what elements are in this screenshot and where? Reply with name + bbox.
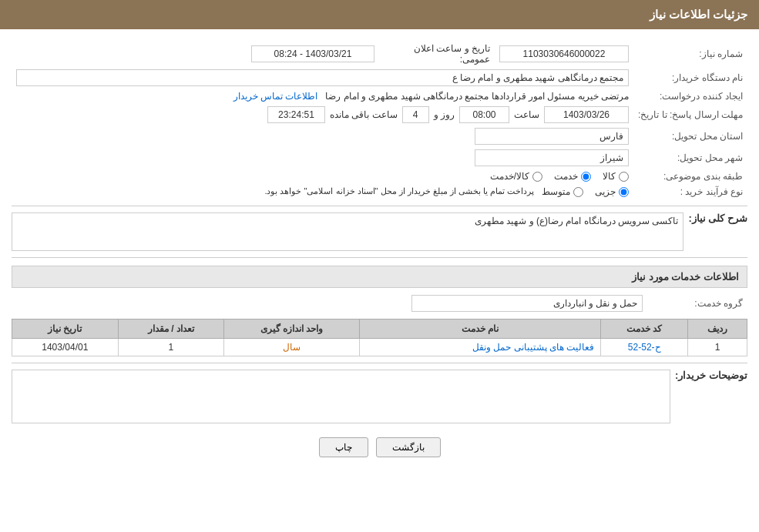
cell-quantity: 1: [118, 339, 223, 356]
cell-code: ح-52-52: [601, 339, 688, 356]
category-service[interactable]: خدمت: [554, 171, 591, 182]
purchase-type-cell: جزیی متوسط پرداخت تمام یا بخشی از مبلغ خ…: [12, 184, 633, 199]
service-group-cell: حمل و نقل و انبارداری: [12, 293, 647, 314]
description-value: تاکسی سرویس درمانگاه امام رضا(ع) و شهید …: [12, 212, 683, 251]
response-time-label: ساعت: [514, 109, 539, 120]
service-group-label: گروه خدمت:: [647, 293, 747, 314]
col-header-name: نام خدمت: [360, 320, 601, 339]
cell-row: 1: [688, 339, 747, 356]
col-header-quantity: تعداد / مقدار: [118, 320, 223, 339]
description-section: شرح کلی نیاز: تاکسی سرویس درمانگاه امام …: [12, 212, 747, 251]
purchase-medium[interactable]: متوسط: [542, 186, 583, 197]
description-area: تاکسی سرویس درمانگاه امام رضا(ع) و شهید …: [12, 212, 683, 251]
print-button[interactable]: چاپ: [319, 437, 368, 457]
col-header-row: ردیف: [688, 320, 747, 339]
buyer-notes-section: توضیحات خریدار:: [12, 370, 747, 426]
announce-datetime-label: تاریخ و ساعت اعلان عمومی:: [379, 41, 495, 67]
category-label: طبقه بندی موضوعی:: [633, 169, 747, 184]
divider-1: [12, 206, 747, 206]
back-button[interactable]: بازگشت: [376, 437, 441, 457]
purchase-partial[interactable]: جزیی: [595, 186, 629, 197]
table-row: 1 ح-52-52 فعالیت های پشتیبانی حمل ونقل س…: [12, 339, 747, 356]
creator-value: مرتضی خیریه مسئول امور قراردادها مجتمع د…: [325, 91, 629, 102]
province-cell: فارس: [12, 125, 633, 147]
cell-unit: سال: [224, 339, 360, 356]
buttons-row: بازگشت چاپ: [12, 437, 747, 469]
service-group-table: گروه خدمت: حمل و نقل و انبارداری: [12, 293, 747, 314]
buyer-notes-input[interactable]: [12, 370, 670, 423]
province-value: فارس: [475, 128, 629, 145]
purchase-type-note: پرداخت تمام یا بخشی از مبلغ خریدار از مح…: [16, 186, 534, 196]
buyer-org-label: نام دستگاه خریدار:: [633, 67, 747, 89]
category-both[interactable]: کالا/خدمت: [490, 171, 542, 182]
description-label: شرح کلی نیاز:: [688, 212, 747, 224]
response-deadline-cell: 1403/03/26 ساعت 08:00 روز و 4 ساعت باقی …: [12, 104, 633, 125]
response-days-label: روز و: [434, 109, 455, 120]
buyer-org-cell: مجتمع درمانگاهی شهید مطهری و امام رضا ع: [12, 67, 633, 89]
divider-2: [12, 257, 747, 258]
need-number-value: 1103030646000022: [499, 45, 629, 62]
city-cell: شیراز: [12, 147, 633, 169]
announce-datetime-value: 1403/03/21 - 08:24: [251, 45, 374, 62]
page-title: جزئیات اطلاعات نیاز: [650, 8, 747, 21]
city-label: شهر محل تحویل:: [633, 147, 747, 169]
response-deadline-label: مهلت ارسال پاسخ: تا تاریخ:: [633, 104, 747, 125]
province-label: استان محل تحویل:: [633, 125, 747, 147]
category-goods[interactable]: کالا: [603, 171, 629, 182]
main-info-table: شماره نیاز: 1103030646000022 تاریخ و ساع…: [12, 41, 747, 199]
buyer-notes-label: توضیحات خریدار:: [675, 370, 747, 381]
need-number-cell: 1103030646000022: [495, 41, 633, 67]
response-time: 08:00: [459, 106, 509, 123]
col-header-date: تاریخ نیاز: [12, 320, 119, 339]
purchase-type-label: نوع فرآیند خرید :: [633, 184, 747, 199]
response-date: 1403/03/26: [544, 106, 629, 123]
creator-link[interactable]: اطلاعات تماس خریدار: [233, 91, 318, 102]
announce-datetime-cell: 1403/03/21 - 08:24: [12, 41, 379, 67]
cell-name: فعالیت های پشتیبانی حمل ونقل: [360, 339, 601, 356]
col-header-code: کد خدمت: [601, 320, 688, 339]
service-group-value: حمل و نقل و انبارداری: [411, 295, 643, 312]
need-number-label: شماره نیاز:: [633, 41, 747, 67]
response-days: 4: [402, 106, 429, 123]
divider-3: [12, 363, 747, 363]
creator-cell: مرتضی خیریه مسئول امور قراردادها مجتمع د…: [12, 89, 633, 104]
col-header-unit: واحد اندازه گیری: [224, 320, 360, 339]
services-table: ردیف کد خدمت نام خدمت واحد اندازه گیری ت…: [12, 319, 747, 356]
buyer-notes-area: [12, 370, 670, 426]
creator-label: ایجاد کننده درخواست:: [633, 89, 747, 104]
page-header: جزئیات اطلاعات نیاز: [0, 0, 759, 29]
buyer-org-value: مجتمع درمانگاهی شهید مطهری و امام رضا ع: [16, 69, 629, 86]
cell-date: 1403/04/01: [12, 339, 119, 356]
response-remaining: 23:24:51: [267, 106, 325, 123]
city-value: شیراز: [475, 149, 629, 166]
category-cell: کالا خدمت کالا/خدمت: [12, 169, 633, 184]
services-section-title: اطلاعات خدمات مورد نیاز: [12, 266, 747, 288]
response-remaining-label: ساعت باقی مانده: [330, 109, 398, 120]
